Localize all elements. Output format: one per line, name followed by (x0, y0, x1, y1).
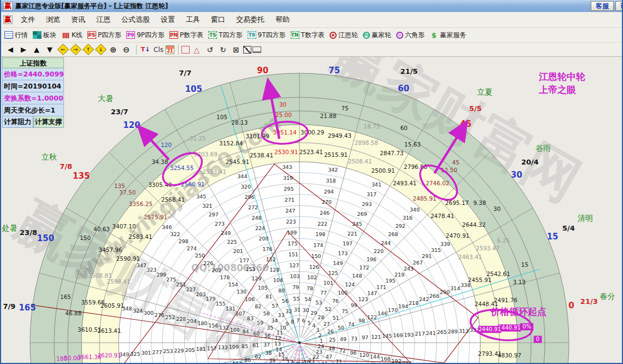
calendar-icon[interactable]: 21 (166, 45, 174, 54)
clear-button[interactable]: Cls (152, 44, 164, 55)
svg-text:50: 50 (338, 325, 344, 331)
menu-交易委托[interactable]: 交易委托 (231, 13, 270, 26)
svg-text:343: 343 (283, 164, 292, 170)
rotate-cw-icon[interactable]: ↻ (217, 44, 229, 55)
menu-工具[interactable]: 工具 (180, 13, 205, 26)
svg-text:78: 78 (307, 285, 313, 291)
menu-文件[interactable]: 文件 (15, 13, 40, 26)
scale-icon[interactable] (243, 46, 251, 54)
pointer-up-icon[interactable]: ▲ (31, 44, 43, 55)
close-box-icon[interactable]: ⊠ (230, 44, 242, 55)
svg-text:23: 23 (316, 349, 322, 355)
svg-text:74: 74 (348, 321, 355, 327)
svg-text:120: 120 (161, 142, 172, 148)
menu-江恩[interactable]: 江恩 (91, 13, 116, 26)
t-table-label: T数字表 (301, 31, 325, 40)
svg-text:273: 273 (215, 221, 225, 227)
zoom-out-icon[interactable]: ⊖ (120, 44, 132, 55)
toolbar-quotes[interactable]: 行情 (4, 31, 28, 40)
svg-text:131: 131 (226, 306, 236, 312)
winner-wheel-label: 赢家轮 (372, 31, 391, 40)
svg-text:3407.10: 3407.10 (112, 223, 136, 230)
svg-text:179: 179 (206, 296, 216, 302)
svg-text:15: 15 (521, 261, 528, 268)
svg-text:2553.41: 2553.41 (203, 168, 226, 175)
nav-prev-icon[interactable]: ◀ (4, 44, 16, 55)
toolbar-winner-wheel[interactable]: Big赢家轮 (363, 31, 391, 40)
zoom-in-icon[interactable]: ⊕ (107, 44, 119, 55)
param-row-0: 价格=2440.9099 (2, 68, 64, 80)
svg-text:54: 54 (304, 296, 311, 302)
svg-text:291: 291 (422, 253, 432, 259)
svg-text:342: 342 (328, 167, 338, 173)
menu-浏览[interactable]: 浏览 (40, 13, 66, 26)
menu-窗口[interactable]: 窗口 (205, 13, 231, 26)
svg-text:101: 101 (324, 280, 333, 286)
calc-resistance-button[interactable]: 计算阻力 (2, 116, 33, 128)
svg-text:133: 133 (218, 344, 228, 350)
svg-text:31.25: 31.25 (190, 135, 206, 142)
param-row-1: 时间=20190104 (2, 80, 64, 92)
menu-资讯[interactable]: 资讯 (66, 13, 91, 26)
svg-text:108: 108 (230, 327, 240, 333)
toolbar-p-square[interactable]: PSP四方形 (87, 31, 121, 40)
toolbar-t-table[interactable]: TNT数字表 (291, 31, 325, 40)
svg-text:99: 99 (351, 302, 357, 308)
svg-text:32: 32 (285, 308, 292, 314)
toolbar-gann-wheel[interactable]: ◉江恩轮 (330, 31, 358, 40)
svg-text:122: 122 (367, 314, 377, 320)
svg-text:225: 225 (227, 239, 237, 245)
svg-text:9.38: 9.38 (473, 199, 486, 206)
svg-text:46: 46 (321, 361, 327, 364)
svg-text:169: 169 (393, 332, 403, 338)
param-row-3: 周天变化步长=1 (2, 104, 64, 116)
kline-label: K线 (72, 31, 83, 40)
9p-square-label: 9P四方形 (137, 31, 164, 40)
app-window: 赢 赢家江恩专业版[赢家服务平台] - [上证指数 江恩轮] 客服 论 赢 文件… (0, 0, 623, 364)
draw-square-icon[interactable] (181, 46, 190, 54)
svg-text:144: 144 (370, 354, 380, 360)
pointer-down-icon[interactable]: ▼ (44, 44, 56, 55)
svg-text:37.50: 37.50 (119, 189, 136, 196)
screen-icon[interactable] (252, 46, 261, 53)
toolbar-t-square[interactable]: TST四方形 (208, 31, 242, 40)
svg-text:79: 79 (292, 284, 299, 290)
shift-up-icon[interactable]: ↑ (83, 44, 94, 55)
svg-text:168: 168 (381, 356, 391, 362)
svg-text:180: 180 (56, 355, 67, 362)
shift-left-icon[interactable]: ← (57, 44, 69, 55)
svg-text:30: 30 (302, 307, 309, 313)
shift-right-icon[interactable]: → (70, 44, 81, 55)
svg-text:28.13: 28.13 (231, 119, 248, 126)
price-axis-icon[interactable]: T↓ (139, 44, 151, 55)
toolbar-hexagon[interactable]: ◎六角形 (396, 31, 425, 40)
svg-text:3: 3 (316, 327, 319, 333)
rotate-ccw-icon[interactable]: ↺ (204, 44, 216, 55)
nav-next-icon[interactable]: ▶ (17, 44, 30, 55)
toolbar-p-table[interactable]: PNP数字表 (169, 31, 203, 40)
customer-service-button[interactable]: 客服 (591, 1, 614, 11)
toolbar-winner-service[interactable]: $赢家服务 (430, 31, 466, 40)
shift-down-icon[interactable]: ↓ (95, 44, 107, 55)
svg-text:75: 75 (328, 66, 340, 75)
drawing-toolbar: ◀▶▲▼←→↑↓⊕⊖T↓Cls21△↺↻⊠ (1, 43, 622, 57)
svg-text:47: 47 (326, 354, 332, 360)
toolbar-kline[interactable]: ǁǁK线 (61, 31, 83, 40)
svg-text:58: 58 (263, 310, 269, 316)
svg-text:82: 82 (255, 303, 261, 309)
draw-triangle-icon[interactable]: △ (191, 44, 203, 55)
calc-support-button[interactable]: 计算支撑 (33, 116, 64, 128)
svg-text:314: 314 (450, 285, 460, 291)
partial-edge-button[interactable]: 论 (615, 1, 623, 11)
toolbar-sectors[interactable]: 板块 (33, 31, 56, 40)
svg-text:3152.84: 3152.84 (219, 140, 243, 146)
toolbar-9t-square[interactable]: T99T四方形 (248, 31, 286, 40)
svg-text:300: 300 (144, 310, 154, 316)
svg-text:323: 323 (146, 267, 156, 273)
menu-公式选股[interactable]: 公式选股 (116, 13, 155, 26)
svg-text:6.25: 6.25 (497, 237, 510, 244)
sectors-label: 板块 (43, 31, 56, 40)
menu-帮助[interactable]: 帮助 (270, 13, 295, 26)
menu-设置[interactable]: 设置 (155, 13, 180, 26)
toolbar-9p-square[interactable]: P99P四方形 (126, 31, 164, 40)
